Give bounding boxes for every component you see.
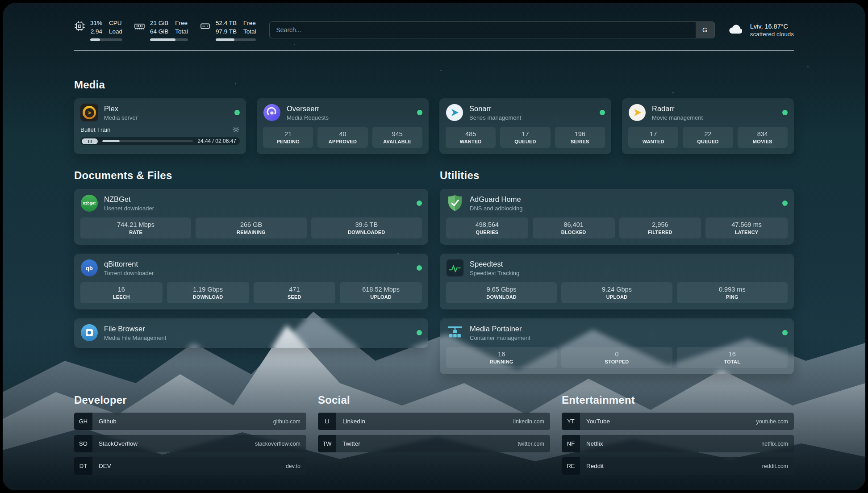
- sonarr-card[interactable]: Sonarr Series management 485 WANTED 17 Q…: [439, 98, 611, 154]
- weather-condition: scattered clouds: [750, 31, 794, 38]
- settings-gear-icon[interactable]: [232, 126, 240, 134]
- status-dot: [417, 201, 422, 206]
- weather-widget: Lviv, 16.87°C scattered clouds: [727, 21, 794, 39]
- portainer-card[interactable]: Media Portainer Container management 16 …: [440, 318, 794, 374]
- bookmark-url: youtube.com: [756, 418, 788, 425]
- radarr-icon: [628, 104, 646, 121]
- disk-icon: [200, 21, 211, 33]
- service-name: Sonarr: [469, 104, 594, 113]
- stat-download: 1.19 Gbps DOWNLOAD: [167, 282, 249, 303]
- search-input[interactable]: [270, 22, 695, 38]
- plex-card[interactable]: > Plex Media server Bullet Train: [74, 98, 246, 154]
- cpu-load-value: 2.94: [90, 27, 102, 36]
- search-provider-button[interactable]: G: [696, 22, 714, 38]
- status-dot: [234, 110, 240, 115]
- bookmark-abbr: NF: [562, 435, 580, 452]
- service-description: DNS and adblocking: [470, 205, 776, 212]
- pause-button[interactable]: [82, 138, 98, 144]
- stat-ping: 0.993 ms PING: [677, 282, 788, 303]
- service-name: File Browser: [104, 325, 411, 333]
- radarr-card[interactable]: Radarr Movie management 17 WANTED 22 QUE…: [622, 98, 794, 154]
- status-dot: [782, 330, 788, 335]
- bookmark-abbr: LI: [318, 413, 336, 430]
- bookmark-abbr: DT: [74, 457, 92, 475]
- memory-progress-bar: [150, 38, 188, 41]
- bookmark-url: dev.to: [286, 463, 300, 469]
- stat-queued: 22 QUEUED: [683, 127, 733, 148]
- bookmark-item-twitter[interactable]: TW Twitter twitter.com: [318, 435, 550, 452]
- playback-time: 24:44 / 02:06:47: [197, 138, 236, 144]
- status-dot: [782, 201, 788, 206]
- disk-widget: 52.4 TB 97.9 TB Free Total: [200, 19, 256, 41]
- cloud-icon: [727, 21, 744, 39]
- bookmark-item-youtube[interactable]: YT YouTube youtube.com: [562, 413, 794, 430]
- stat-leech: 16 LEECH: [80, 282, 163, 303]
- disk-total-label: Total: [243, 27, 256, 36]
- bookmark-item-github[interactable]: GH Github github.com: [74, 413, 306, 430]
- overseerr-card[interactable]: Overseerr Media Requests 21 PENDING 40 A…: [257, 98, 429, 154]
- seek-track[interactable]: [102, 140, 193, 142]
- qbittorrent-card[interactable]: qb qBittorrent Torrent downloader 16 LEE…: [74, 254, 428, 309]
- memory-total-value: 64 GiB: [150, 27, 168, 36]
- dashboard: 31% 2.94 CPU Load: [3, 3, 865, 490]
- filebrowser-card[interactable]: File Browser Media File Management: [74, 318, 428, 348]
- service-name: Radarr: [652, 104, 776, 113]
- bookmark-name: Netflix: [586, 440, 603, 447]
- disk-free-label: Free: [243, 19, 256, 27]
- bookmark-url: stackoverflow.com: [255, 441, 300, 447]
- adguard-card[interactable]: AdGuard Home DNS and adblocking 498,564 …: [440, 189, 794, 245]
- bookmark-item-dev[interactable]: DT DEV dev.to: [74, 457, 306, 475]
- service-description: Movie management: [652, 114, 776, 121]
- overseerr-icon: [263, 104, 281, 121]
- cpu-progress-bar: [90, 38, 122, 41]
- stat-blocked: 86,401 BLOCKED: [533, 217, 615, 238]
- nzbget-icon: nzbget: [80, 194, 98, 212]
- disk-progress-bar: [216, 38, 256, 41]
- stat-available: 945 AVAILABLE: [372, 127, 422, 148]
- speedtest-icon: [446, 259, 464, 277]
- bookmark-name: Reddit: [586, 463, 604, 469]
- stat-seed: 471 SEED: [254, 282, 336, 303]
- disk-total-value: 97.9 TB: [216, 27, 237, 36]
- stat-running: 16 RUNNING: [446, 347, 557, 368]
- nzbget-card[interactable]: nzbget NZBGet Usenet downloader 744.21 M…: [74, 189, 428, 245]
- portainer-icon: [446, 324, 464, 342]
- stat-queued: 17 QUEUED: [500, 127, 550, 148]
- bookmark-name: YouTube: [586, 418, 610, 425]
- section-title-utilities: Utilities: [440, 169, 794, 182]
- stat-pending: 21 PENDING: [263, 127, 313, 148]
- bookmark-item-linkedin[interactable]: LI LinkedIn linkedin.com: [318, 413, 550, 430]
- section-utilities: Utilities: [440, 169, 794, 374]
- stat-rate: 744.21 Mbps RATE: [80, 217, 191, 238]
- bookmark-item-stackoverflow[interactable]: SO StackOverflow stackoverflow.com: [74, 435, 306, 452]
- bookmark-abbr: TW: [318, 435, 336, 452]
- service-name: NZBGet: [104, 195, 411, 204]
- stat-downloaded: 39.6 TB DOWNLOADED: [311, 217, 422, 238]
- speedtest-card[interactable]: Speedtest Speedtest Tracking 9.65 Gbps D…: [440, 254, 794, 309]
- cpu-icon: [74, 21, 85, 33]
- status-dot: [417, 330, 422, 335]
- cpu-percent: 31%: [90, 19, 102, 27]
- bookmark-group-title: Developer: [74, 394, 306, 406]
- bookmark-group-title: Social: [318, 394, 550, 406]
- adguard-icon: [446, 194, 464, 212]
- bookmark-abbr: SO: [74, 435, 92, 452]
- now-playing-title: Bullet Train: [80, 126, 232, 133]
- section-media: Media > Plex Media server: [74, 79, 794, 154]
- memory-widget: 21 GiB 64 GiB Free Total: [134, 19, 188, 41]
- stat-total: 16 TOTAL: [677, 347, 788, 368]
- bookmark-item-netflix[interactable]: NF Netflix netflix.com: [562, 435, 794, 452]
- bookmark-item-reddit[interactable]: RE Reddit reddit.com: [562, 457, 794, 475]
- bookmark-url: twitter.com: [517, 441, 544, 447]
- memory-total-label: Total: [175, 27, 188, 36]
- bookmark-name: LinkedIn: [342, 418, 365, 425]
- stat-series: 196 SERIES: [555, 127, 605, 148]
- bookmark-group-title: Entertainment: [562, 394, 794, 406]
- bookmark-group-developer: Developer GH Github github.com SO StackO…: [74, 394, 306, 475]
- qbittorrent-icon: qb: [80, 259, 98, 277]
- window-frame: 31% 2.94 CPU Load: [0, 0, 868, 493]
- service-name: AdGuard Home: [470, 195, 776, 204]
- cpu-load-label: Load: [109, 27, 122, 36]
- stat-latency: 47.569 ms LATENCY: [705, 217, 788, 238]
- top-bar: 31% 2.94 CPU Load: [74, 19, 794, 41]
